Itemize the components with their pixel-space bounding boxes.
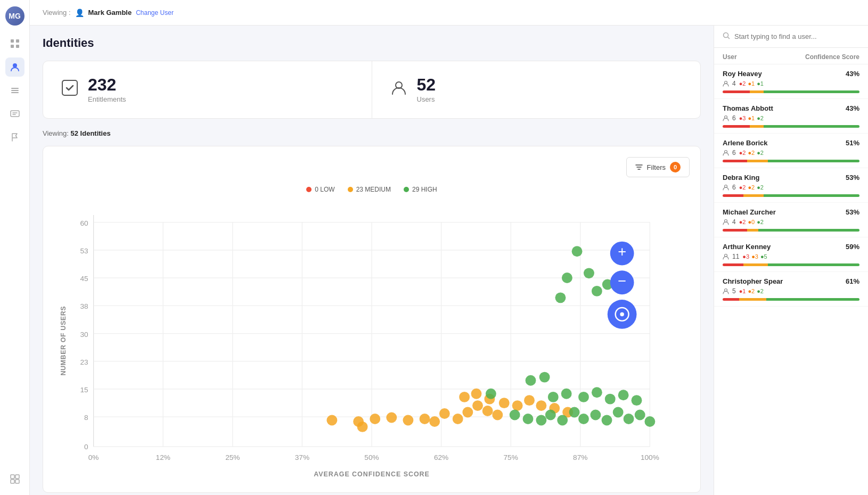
bar-orange-segment [747, 160, 768, 162]
user-item-arthur-kenney[interactable]: Arthur Kenney 59% 11 ●3 ●3 ●5 [714, 237, 868, 272]
svg-text:AVERAGE CONFIDENCE SCORE: AVERAGE CONFIDENCE SCORE [314, 471, 430, 478]
legend-dot-medium [348, 187, 353, 192]
svg-point-63 [472, 400, 483, 411]
stats-row: 232 Entitlements 52 Users [43, 61, 701, 119]
user-tags: ●3 ●3 ●5 [742, 253, 767, 260]
user-tags: ●2 ●1 ●1 [739, 80, 764, 87]
avatar[interactable]: MG [5, 6, 24, 26]
svg-point-91 [578, 392, 589, 402]
user-score: 53% [846, 174, 859, 182]
user-item-thomas-abbott[interactable]: Thomas Abbott 43% 6 ●3 ●1 ●2 [714, 99, 868, 134]
svg-point-100 [572, 246, 583, 257]
user-search-input[interactable] [734, 32, 859, 40]
legend-dot-low [306, 187, 312, 192]
sidebar-item-identities[interactable] [5, 57, 24, 77]
sidebar-item-list[interactable] [5, 81, 24, 100]
user-item-arlene-borick[interactable]: Arlene Borick 51% 6 ●2 ●2 ●2 [714, 134, 868, 168]
user-entitlement-count: 11 [732, 253, 739, 260]
svg-text:23: 23 [80, 358, 88, 366]
bar-red-segment [723, 125, 750, 128]
user-score: 59% [846, 243, 859, 251]
filters-button[interactable]: Filters 0 [626, 157, 690, 177]
tag-orange: ●1 [748, 115, 755, 121]
user-score: 53% [846, 208, 859, 216]
svg-point-66 [459, 392, 470, 402]
svg-point-112 [724, 33, 728, 38]
svg-point-89 [548, 392, 559, 402]
col-user: User [723, 53, 737, 61]
score-bar [723, 194, 859, 197]
svg-point-80 [557, 415, 568, 425]
svg-rect-12 [15, 480, 19, 483]
bar-orange-segment [743, 194, 764, 197]
user-item-christopher-spear[interactable]: Christopher Spear 61% 5 ●1 ●2 ●2 [714, 272, 868, 307]
svg-point-81 [569, 407, 580, 418]
tag-orange: ●3 [751, 253, 758, 260]
svg-text:30: 30 [80, 331, 88, 339]
legend-dot-high [404, 187, 409, 192]
change-user-link[interactable]: Change User [136, 9, 174, 16]
score-bar [723, 160, 859, 162]
legend-label-high: 29 HIGH [412, 186, 437, 193]
bar-red-segment [723, 298, 739, 301]
bar-green-segment [768, 160, 859, 162]
filters-badge: 0 [670, 162, 681, 172]
viewing-label: Viewing : [43, 9, 71, 16]
svg-rect-11 [11, 480, 14, 483]
svg-point-102 [592, 286, 602, 296]
user-list: Roy Heavey 43% 4 ●2 ●1 ●1 [714, 64, 868, 495]
bar-orange-segment [747, 229, 758, 232]
svg-rect-0 [11, 39, 14, 43]
svg-rect-3 [16, 45, 19, 48]
svg-point-83 [590, 410, 601, 420]
users-card: 52 Users [372, 61, 701, 118]
tag-red: ●3 [739, 115, 746, 121]
svg-point-60 [439, 408, 450, 419]
svg-point-70 [512, 400, 523, 411]
svg-point-76 [510, 410, 520, 420]
svg-text:0: 0 [84, 443, 88, 451]
bar-orange-segment [739, 298, 766, 301]
user-person-icon [723, 288, 729, 294]
user-tags: ●1 ●2 ●2 [739, 288, 764, 294]
svg-point-65 [492, 410, 503, 420]
chart-container: Filters 0 0 LOW 23 MEDIUM [43, 146, 701, 493]
viewing-count-label: Viewing: 52 Identities [43, 129, 701, 137]
user-entitlement-count: 4 [732, 80, 736, 87]
user-item-michael-zurcher[interactable]: Michael Zurcher 53% 4 ●2 ●0 ●2 [714, 203, 868, 237]
sidebar-item-grid-bottom[interactable] [5, 469, 24, 489]
svg-text:+: + [618, 243, 626, 260]
svg-point-55 [370, 414, 380, 424]
users-info: 52 Users [417, 76, 436, 103]
bar-green-segment [764, 125, 859, 128]
svg-point-96 [526, 375, 536, 386]
entitlements-label: Entitlements [88, 95, 126, 103]
svg-text:62%: 62% [434, 453, 448, 461]
tag-red: ●2 [739, 184, 746, 191]
svg-point-101 [584, 268, 594, 278]
bar-green-segment [768, 263, 859, 266]
svg-point-61 [453, 414, 463, 424]
sidebar-item-flags[interactable] [5, 128, 24, 147]
user-score: 51% [846, 139, 859, 147]
bar-orange-segment [743, 263, 768, 266]
user-name: Thomas Abbott [723, 104, 773, 112]
tag-orange: ●0 [748, 219, 755, 225]
score-bar [723, 298, 859, 301]
tag-green: ●2 [757, 184, 764, 191]
user-item-debra-king[interactable]: Debra King 53% 6 ●2 ●2 ●2 [714, 168, 868, 203]
svg-point-75 [357, 422, 368, 432]
svg-rect-5 [11, 88, 19, 89]
sidebar-item-dashboard[interactable] [5, 34, 24, 53]
svg-text:12%: 12% [156, 453, 170, 461]
user-item-roy-heavey[interactable]: Roy Heavey 43% 4 ●2 ●1 ●1 [714, 64, 868, 99]
score-bar [723, 263, 859, 266]
page-title: Identities [43, 36, 701, 50]
svg-point-64 [482, 406, 493, 416]
user-score: 43% [846, 70, 859, 78]
svg-point-58 [420, 414, 430, 424]
scatter-plot-container: NUMBER OF USERS 0 8 15 23 30 [54, 202, 690, 482]
user-tags: ●2 ●2 ●2 [739, 184, 764, 191]
sidebar-item-messages[interactable] [5, 104, 24, 123]
svg-rect-7 [11, 92, 19, 93]
